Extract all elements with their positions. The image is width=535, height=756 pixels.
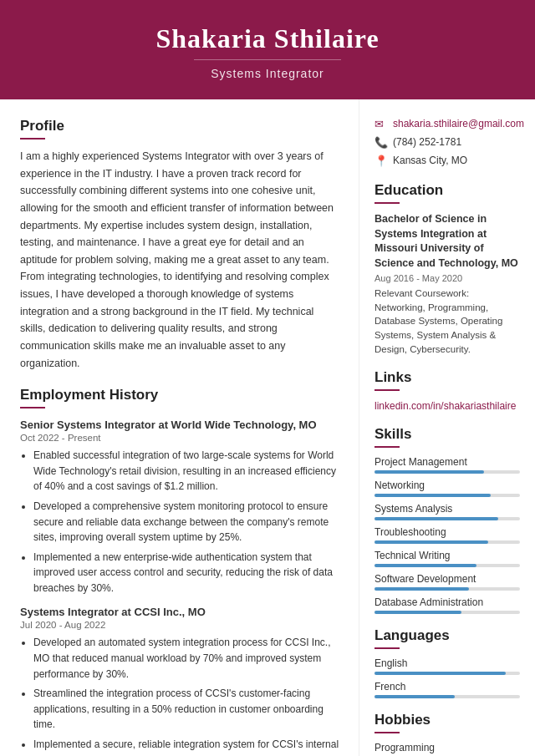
left-column: Profile I am a highly experienced System… — [0, 99, 359, 756]
languages-divider — [374, 647, 400, 649]
skill-item: Troubleshooting — [374, 526, 520, 544]
edu-coursework: Relevant Coursework: Networking, Program… — [374, 287, 520, 356]
employment-divider — [20, 407, 45, 408]
skill-item: Systems Analysis — [374, 503, 520, 520]
email-icon: ✉ — [374, 118, 388, 130]
list-item: Enabled successful integration of two la… — [33, 448, 340, 495]
hobbies-divider — [374, 732, 400, 733]
job-title: Systems Integrator at CCSI Inc., MO — [20, 606, 340, 618]
skill-name: Systems Analysis — [374, 503, 520, 515]
links-section: Links linkedin.com/in/shakariasthilaire — [374, 369, 520, 413]
skill-name: Project Management — [374, 456, 520, 468]
page-header: Shakaria Sthilaire Systems Integrator — [0, 0, 535, 99]
job-date: Oct 2022 - Present — [20, 433, 340, 443]
skills-title: Skills — [374, 426, 520, 443]
profile-section: Profile I am a highly experienced System… — [20, 118, 340, 372]
lang-bar-fill — [374, 672, 506, 675]
skill-name: Software Development — [374, 573, 520, 585]
skill-bar-bg — [374, 587, 520, 591]
skill-bar-bg — [374, 564, 520, 567]
location-icon: 📍 — [374, 155, 388, 167]
employment-section: Employment History Senior Systems Integr… — [20, 387, 340, 756]
body-layout: Profile I am a highly experienced System… — [0, 99, 535, 756]
languages-title: Languages — [374, 627, 520, 644]
skill-bar-bg — [374, 611, 520, 614]
education-title: Education — [374, 182, 520, 199]
links-title: Links — [374, 369, 520, 386]
skill-bar-fill — [374, 587, 469, 591]
profile-divider — [20, 138, 45, 140]
job-date: Jul 2020 - Aug 2022 — [20, 620, 340, 630]
skill-item: Technical Writing — [374, 550, 520, 567]
job-entry: Systems Integrator at CCSI Inc., MOJul 2… — [20, 606, 340, 756]
resume-link[interactable]: linkedin.com/in/shakariasthilaire — [374, 400, 516, 412]
job-list: Senior Systems Integrator at World Wide … — [20, 419, 340, 756]
hobby-item: Programming — [374, 742, 520, 753]
candidate-title: Systems Integrator — [194, 59, 341, 80]
list-item: Developed an automated system integratio… — [33, 635, 340, 682]
right-column: ✉ shakaria.sthilaire@gmail.com 📞 (784) 2… — [359, 99, 535, 756]
language-name: French — [374, 681, 520, 693]
skill-name: Networking — [374, 479, 520, 491]
skill-name: Database Administration — [374, 596, 520, 608]
job-title: Senior Systems Integrator at World Wide … — [20, 419, 340, 431]
skill-bar-fill — [374, 494, 491, 497]
skills-list: Project ManagementNetworkingSystems Anal… — [374, 456, 520, 614]
location-text: Kansas City, MO — [393, 155, 467, 166]
phone-text: (784) 252-1781 — [393, 136, 461, 148]
skill-item: Software Development — [374, 573, 520, 591]
skill-name: Technical Writing — [374, 550, 520, 561]
job-entry: Senior Systems Integrator at World Wide … — [20, 419, 340, 596]
languages-section: Languages EnglishFrench — [374, 627, 520, 698]
skill-item: Networking — [374, 479, 520, 497]
contact-email: ✉ shakaria.sthilaire@gmail.com — [374, 118, 520, 130]
job-bullets: Enabled successful integration of two la… — [20, 448, 340, 596]
skill-name: Troubleshooting — [374, 526, 520, 538]
list-item: Developed a comprehensive system monitor… — [33, 499, 340, 545]
hobbies-list: Programming — [374, 742, 520, 753]
lang-bar-fill — [374, 695, 455, 698]
education-section: Education Bachelor of Science in Systems… — [374, 182, 520, 356]
lang-bar-bg — [374, 695, 520, 698]
contact-section: ✉ shakaria.sthilaire@gmail.com 📞 (784) 2… — [374, 118, 520, 167]
education-divider — [374, 202, 400, 204]
links-divider — [374, 389, 400, 391]
language-item: French — [374, 681, 520, 698]
list-item: Streamlined the integration process of C… — [33, 686, 340, 733]
skill-bar-bg — [374, 517, 520, 520]
skill-bar-bg — [374, 470, 520, 474]
skill-item: Database Administration — [374, 596, 520, 614]
email-link[interactable]: shakaria.sthilaire@gmail.com — [393, 118, 524, 129]
edu-degree: Bachelor of Science in Systems Integrati… — [374, 212, 520, 271]
profile-title: Profile — [20, 118, 340, 134]
language-item: English — [374, 657, 520, 675]
candidate-name: Shakaria Sthilaire — [17, 23, 518, 54]
links-list: linkedin.com/in/shakariasthilaire — [374, 399, 520, 413]
skill-bar-fill — [374, 611, 461, 614]
skill-item: Project Management — [374, 456, 520, 474]
skill-bar-bg — [374, 494, 520, 497]
job-bullets: Developed an automated system integratio… — [20, 635, 340, 756]
list-item: Implemented a new enterprise-wide authen… — [33, 550, 340, 596]
languages-list: EnglishFrench — [374, 657, 520, 698]
lang-bar-bg — [374, 672, 520, 675]
language-name: English — [374, 657, 520, 669]
skill-bar-fill — [374, 470, 484, 474]
skill-bar-fill — [374, 517, 498, 520]
skills-section: Skills Project ManagementNetworkingSyste… — [374, 426, 520, 614]
phone-icon: 📞 — [374, 136, 388, 149]
profile-text: I am a highly experienced Systems Integr… — [20, 148, 340, 372]
skill-bar-fill — [374, 540, 488, 544]
skill-bar-fill — [374, 564, 476, 567]
skills-divider — [374, 446, 400, 448]
hobbies-title: Hobbies — [374, 712, 520, 728]
edu-date: Aug 2016 - May 2020 — [374, 273, 520, 283]
list-item: Implemented a secure, reliable integrati… — [33, 737, 340, 756]
hobbies-section: Hobbies Programming — [374, 712, 520, 753]
contact-phone: 📞 (784) 252-1781 — [374, 136, 520, 149]
contact-location: 📍 Kansas City, MO — [374, 155, 520, 167]
skill-bar-bg — [374, 540, 520, 544]
employment-title: Employment History — [20, 387, 340, 403]
